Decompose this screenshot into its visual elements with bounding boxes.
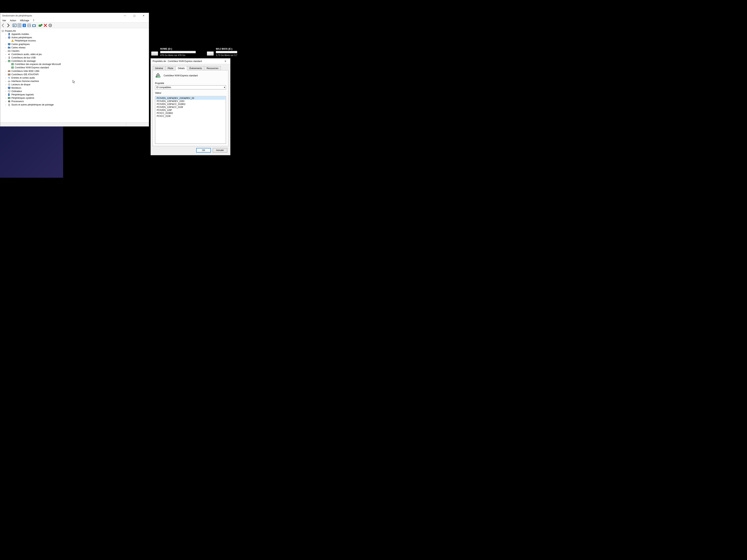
tab-driver[interactable]: Pilote (165, 66, 176, 70)
titlebar[interactable]: Gestionnaire de périphériques ― ▢ ✕ (0, 13, 149, 19)
tree-item[interactable]: ›Lecteurs de disque (5, 83, 148, 86)
collapse-icon[interactable]: ⌄ (5, 60, 7, 62)
tab-resources[interactable]: Ressources (204, 66, 221, 70)
expand-icon[interactable]: › (5, 77, 7, 79)
menu-action[interactable]: Action (8, 19, 18, 22)
list-item[interactable]: PCI\VEN_126F&DEV_2263 (156, 100, 225, 103)
expand-icon[interactable]: › (5, 100, 7, 103)
drive-nvme[interactable]: NVME (D:) 476 Go libres sur 476 Go (151, 47, 196, 57)
properties-button[interactable] (17, 23, 22, 28)
tree-item[interactable]: ›Interfaces Homme-machine (5, 80, 148, 83)
tree-item[interactable]: Contrôleur des espaces de stockage Micro… (8, 63, 148, 66)
expand-icon[interactable]: › (5, 87, 7, 89)
properties-dialog: Propriétés de : Contrôleur NVM Express s… (151, 58, 230, 155)
nav-back-button[interactable] (1, 23, 5, 28)
tree-item[interactable]: Contrôleur NVM Express standard (8, 66, 148, 69)
drive-subtitle: 476 Go libres sur 476 Go (160, 54, 196, 57)
expand-icon[interactable]: › (5, 47, 7, 49)
collapse-icon[interactable]: ⌄ (5, 36, 7, 38)
expand-icon[interactable]: › (5, 57, 7, 59)
tree-item-label: Périphériques système (11, 97, 34, 99)
property-combobox[interactable]: ID compatibles ▾ (155, 85, 226, 89)
tree-item[interactable]: ›Ordinateur (5, 90, 148, 93)
tree-item[interactable]: !Périphérique inconnu (8, 39, 148, 42)
ok-button[interactable]: OK (196, 148, 211, 153)
expand-icon[interactable]: › (5, 104, 7, 106)
toolbar-separator (11, 24, 11, 27)
tree-item[interactable]: ›Moniteurs (5, 86, 148, 89)
tree-item[interactable]: ›Contrôleurs hôte IEEE 1394 (5, 70, 148, 73)
scan-button[interactable] (27, 23, 31, 28)
tree-item[interactable]: ›Souris et autres périphériques de point… (5, 103, 148, 106)
close-button[interactable]: ✕ (221, 59, 230, 64)
maximize-button[interactable]: ▢ (130, 13, 138, 18)
help-button[interactable]: ? (22, 23, 27, 28)
expand-icon[interactable]: › (5, 90, 7, 92)
svg-point-14 (50, 25, 51, 26)
tab-events[interactable]: Événements (187, 66, 204, 70)
tree-item-label: Contrôleurs de stockage (11, 60, 36, 62)
tree-item-label: Contrôleur NVM Express standard (15, 66, 49, 69)
tree-item[interactable]: ›Processeurs (5, 100, 148, 103)
expand-icon[interactable]: › (5, 43, 7, 45)
close-button[interactable]: ✕ (139, 13, 148, 18)
list-item[interactable]: PCI\CC_0108 (156, 115, 225, 117)
soft-icon (8, 93, 11, 96)
expand-icon[interactable]: › (5, 53, 7, 55)
list-item[interactable]: PCI\VEN_126F&CC_0108 (156, 106, 225, 109)
drive-capacity-bar (160, 51, 196, 53)
expand-icon[interactable]: › (5, 80, 7, 82)
scan-hardware-button[interactable] (48, 23, 52, 28)
tree-item-label: Souris et autres périphériques de pointa… (11, 103, 54, 106)
cancel-button[interactable]: Annuler (213, 148, 227, 153)
tree-item[interactable]: ›Appareils mobiles (5, 33, 148, 36)
show-hidden-button[interactable] (12, 23, 17, 28)
tree-item[interactable]: ⌄Contrôleurs de stockage (5, 59, 148, 62)
update-driver-button[interactable] (32, 23, 36, 28)
menu-view[interactable]: Affichage (18, 19, 31, 22)
storage-icon (11, 63, 14, 66)
list-item[interactable]: PCI\VEN_126F (156, 109, 225, 112)
tree-item[interactable]: ›Périphériques logiciels (5, 93, 148, 96)
expand-icon[interactable]: › (5, 70, 7, 72)
list-item[interactable]: PCI\VEN_126F&DEV_2263&REV_03 (156, 97, 225, 100)
expand-icon[interactable]: › (5, 83, 7, 86)
tree-item[interactable]: ›Entrées et sorties audio (5, 76, 148, 79)
tab-general[interactable]: Général (153, 66, 165, 70)
expand-icon[interactable]: › (5, 97, 7, 99)
device-tree[interactable]: PowerLAN ›Appareils mobiles⌄?Autres péri… (0, 28, 149, 122)
uninstall-device-button[interactable] (43, 23, 48, 28)
tree-item[interactable]: ›Périphériques système (5, 97, 148, 100)
tab-details[interactable]: Détails (176, 66, 187, 70)
list-item[interactable]: PCI\CC_010802 (156, 112, 225, 115)
minimize-button[interactable]: ― (121, 13, 129, 18)
tree-item[interactable]: ›Cartes graphiques (5, 43, 148, 46)
tree-item[interactable]: ›Contrôleurs IDE ATA/ATAPI (5, 73, 148, 76)
tree-root[interactable]: PowerLAN (1, 29, 148, 32)
audio-icon (8, 76, 11, 79)
tree-item[interactable]: ›Contrôleurs audio, vidéo et jeu (5, 53, 148, 56)
value-label: Valeur (155, 92, 226, 94)
menu-file[interactable]: hier (1, 19, 8, 22)
tree-item[interactable]: ›Claviers (5, 50, 148, 52)
value-listbox[interactable]: PCI\VEN_126F&DEV_2263&REV_03PCI\VEN_126F… (155, 96, 226, 144)
drive-majbios[interactable]: MAJ BIOS (E:) 3,73 Go libres sur 3,74 Go (207, 47, 237, 57)
tree-item[interactable]: ⌄?Autres périphériques (5, 36, 148, 39)
menu-help[interactable]: ? (31, 19, 36, 22)
expand-icon[interactable]: › (5, 33, 7, 35)
nav-forward-button[interactable] (6, 23, 10, 28)
expand-icon[interactable]: › (5, 50, 7, 52)
titlebar[interactable]: Propriétés de : Contrôleur NVM Express s… (151, 58, 230, 64)
tree-item[interactable]: ›Cartes réseau (5, 46, 148, 49)
svg-rect-11 (39, 25, 41, 27)
svg-rect-32 (11, 64, 14, 65)
expand-icon[interactable]: › (5, 73, 7, 76)
net-icon (8, 46, 11, 49)
other-icon: ? (8, 36, 11, 39)
tree-item[interactable]: ›Contrôleurs de bus USB (5, 56, 148, 59)
expand-icon[interactable]: › (5, 94, 7, 96)
svg-rect-24 (8, 47, 9, 47)
tree-root-label: PowerLAN (5, 30, 16, 32)
enable-device-button[interactable] (38, 23, 43, 28)
list-item[interactable]: PCI\VEN_126F&CC_010802 (156, 103, 225, 106)
